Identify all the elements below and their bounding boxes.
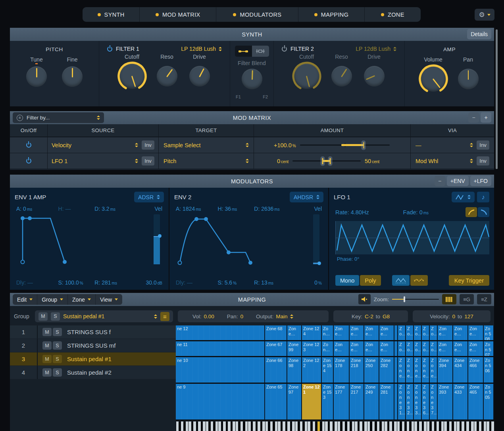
piano-key-black[interactable] — [345, 421, 347, 431]
env1-mode-dropdown[interactable]: ADSR — [134, 192, 164, 202]
piano-key-white[interactable] — [382, 421, 385, 431]
zone-cell[interactable]: Zone… — [334, 325, 350, 340]
zone-cell[interactable]: Zone… — [350, 325, 364, 340]
mod2-amount-slider[interactable] — [292, 160, 361, 162]
piano-key-black[interactable] — [370, 421, 372, 431]
piano-key-white[interactable] — [474, 421, 477, 431]
env2-hold[interactable]: H: 36ms — [218, 206, 254, 212]
piano-key-white[interactable] — [265, 421, 268, 431]
piano-key-black[interactable] — [340, 421, 342, 431]
view-zone-list-button[interactable]: ≡Z — [477, 294, 491, 304]
filter2-power-icon[interactable] — [282, 46, 287, 52]
piano-key-black[interactable] — [285, 421, 287, 431]
env1-release[interactable]: R: 281ms — [94, 279, 140, 286]
piano-key-white[interactable] — [424, 421, 427, 431]
env1-attack[interactable]: A: 0ms — [16, 206, 58, 212]
key-high-value[interactable]: G8 — [383, 314, 390, 319]
zone-cell[interactable]: Zone 153 — [322, 384, 334, 419]
piano-key-white[interactable] — [360, 421, 362, 431]
env2-mode-dropdown[interactable]: AHDSR — [290, 192, 323, 202]
zone-cell[interactable]: Zone 68 — [265, 325, 287, 340]
zone-cell[interactable] — [394, 384, 398, 419]
audition-button[interactable] — [358, 294, 371, 304]
piano-key-white[interactable] — [335, 421, 337, 431]
solo-button[interactable]: S — [53, 328, 62, 336]
piano-key-black[interactable] — [315, 421, 317, 431]
zone-cell[interactable]: Zone 124 — [302, 325, 322, 340]
zone-cell[interactable]: Zone 393 — [438, 384, 453, 419]
piano-key-white[interactable] — [412, 421, 414, 431]
piano-key-white[interactable] — [479, 421, 482, 431]
zone-cell[interactable]: Zon 507 — [484, 341, 494, 356]
piano-key-white[interactable] — [377, 421, 380, 431]
lfo1-waveform-dropdown[interactable] — [452, 192, 475, 202]
mod1-amount-slider[interactable] — [300, 144, 390, 146]
filter1-type-dropdown[interactable]: LP 12dB Lush — [181, 46, 222, 52]
lfo1-mono-button[interactable]: Mono — [335, 275, 359, 286]
env2-decay[interactable]: D: 2636ms — [254, 206, 300, 212]
zone-cell[interactable]: Zone… — [438, 325, 453, 340]
settings-button[interactable]: ⚙ — [475, 9, 494, 21]
zone-cell[interactable]: Zon 508 — [484, 325, 494, 340]
piano-key-white[interactable] — [245, 421, 248, 431]
piano-key-black[interactable] — [196, 421, 198, 431]
piano-key-black[interactable] — [362, 421, 364, 431]
zone-cell[interactable]: Zo… — [430, 341, 438, 356]
lfo1-fade-out-button[interactable] — [478, 207, 489, 217]
zone-cell[interactable]: Zone 177 — [334, 384, 350, 419]
piano-key-black[interactable] — [179, 421, 181, 431]
piano-key-white[interactable] — [487, 421, 489, 431]
zone-cell[interactable]: Zone 66 — [265, 357, 287, 383]
output-dropdown[interactable]: Main — [276, 314, 287, 319]
solo-button[interactable]: S — [53, 341, 62, 350]
piano-key-white[interactable] — [218, 421, 221, 431]
zone-cell[interactable]: Zone 282 — [379, 357, 394, 383]
mod1-power-icon[interactable] — [26, 142, 31, 148]
piano-key-white[interactable] — [462, 421, 464, 431]
piano-key-white[interactable] — [305, 421, 308, 431]
piano-key-white[interactable] — [228, 421, 231, 431]
piano-key-white[interactable] — [223, 421, 226, 431]
zone-cell[interactable]: Zone… — [453, 341, 468, 356]
piano-key-white[interactable] — [292, 421, 295, 431]
piano-key-black[interactable] — [387, 421, 389, 431]
piano-key-black[interactable] — [320, 421, 322, 431]
mod2-source-dropdown[interactable]: LFO 1 — [52, 158, 131, 164]
piano-key-black[interactable] — [251, 421, 253, 431]
piano-key-white[interactable] — [444, 421, 447, 431]
piano-key-white[interactable] — [367, 421, 370, 431]
filter2-drive-knob[interactable] — [364, 66, 385, 87]
piano-key-black[interactable] — [392, 421, 394, 431]
piano-key-white[interactable] — [441, 421, 444, 431]
piano-key-black[interactable] — [256, 421, 258, 431]
zone-cell[interactable]: Zone 394 — [438, 357, 453, 383]
zone-cell[interactable]: Zone… — [334, 341, 350, 356]
slider-handle[interactable] — [320, 156, 325, 166]
piano-key-white[interactable] — [275, 421, 278, 431]
zone-cell[interactable]: Zon… — [322, 341, 334, 356]
zone-cell[interactable]: Zone… — [364, 325, 379, 340]
remove-modulation-button[interactable]: − — [468, 112, 479, 123]
piano-key-white[interactable] — [449, 421, 452, 431]
piano-key-white[interactable] — [215, 421, 218, 431]
piano-key-black[interactable] — [405, 421, 407, 431]
piano-key-white[interactable] — [236, 421, 239, 431]
piano-key-white[interactable] — [203, 421, 206, 431]
filter1-reso-knob[interactable] — [157, 66, 177, 87]
piano-key-black[interactable] — [328, 421, 330, 431]
piano-key-white[interactable] — [471, 421, 474, 431]
piano-key-white[interactable] — [248, 421, 251, 431]
zone-cell[interactable]: Zone… — [379, 325, 394, 340]
piano-key-white[interactable] — [491, 421, 494, 431]
piano-key-white[interactable] — [342, 421, 345, 431]
lfo1-tempo-sync-button[interactable]: ♪ — [477, 192, 489, 202]
zone-cell[interactable]: Zone 32… — [406, 384, 414, 419]
filter-blend-knob[interactable] — [242, 69, 262, 89]
group-row[interactable]: 1 MS STRINGS SUS f — [10, 325, 176, 339]
piano-key-white[interactable] — [198, 421, 201, 431]
zone-cell[interactable]: Zone 466 — [468, 357, 484, 383]
filter1-cutoff-knob[interactable] — [119, 63, 145, 89]
env1-decay[interactable]: D: 3.2ms — [94, 206, 140, 212]
zoom-slider[interactable] — [392, 299, 439, 300]
zone-cell[interactable]: Zone… — [430, 357, 438, 383]
